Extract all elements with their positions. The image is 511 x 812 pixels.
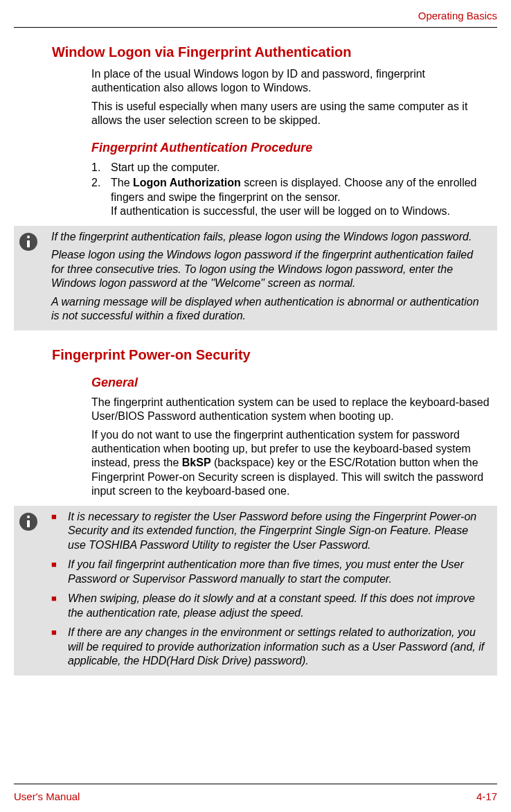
- note-content: ■ It is necessary to register the User P…: [46, 510, 489, 669]
- list-item: 2. The Logon Authorization screen is dis…: [91, 176, 497, 218]
- page-header-section: Operating Basics: [0, 0, 511, 27]
- list-text: The Logon Authorization screen is displa…: [111, 176, 497, 218]
- info-icon: [19, 513, 37, 531]
- footer-right: 4-17: [476, 791, 497, 802]
- note-content: If the fingerprint authentication fails,…: [46, 230, 489, 324]
- paragraph: In place of the usual Windows logon by I…: [91, 67, 497, 96]
- list-number: 2.: [91, 176, 111, 218]
- bold-text: Logon Authorization: [133, 177, 241, 188]
- header-rule: [14, 27, 497, 28]
- list-text: Start up the computer.: [111, 161, 497, 175]
- note-paragraph: If the fingerprint authentication fails,…: [51, 230, 489, 244]
- bullet-text: If you fail fingerprint authentication m…: [68, 558, 489, 586]
- heading-procedure: Fingerprint Authentication Procedure: [91, 141, 497, 155]
- footer-rule: [14, 784, 497, 784]
- bullet-list: ■ It is necessary to register the User P…: [51, 510, 489, 669]
- list-item: ■ When swiping, please do it slowly and …: [51, 592, 489, 620]
- bold-text: BkSP: [182, 457, 211, 468]
- info-icon-wrap: [19, 230, 46, 324]
- bullet-text: If there are any changes in the environm…: [68, 626, 489, 668]
- page-content: Window Logon via Fingerprint Authenticat…: [0, 44, 511, 676]
- list-item: ■ If you fail fingerprint authentication…: [51, 558, 489, 586]
- list-item: 1. Start up the computer.: [91, 161, 497, 175]
- info-icon: [19, 233, 37, 251]
- page-footer: User's Manual 4-17: [14, 791, 497, 802]
- note-paragraph: A warning message will be displayed when…: [51, 295, 489, 324]
- note-box: ■ It is necessary to register the User P…: [14, 506, 497, 676]
- text-run: If authentication is successful, the use…: [111, 205, 450, 217]
- paragraph: If you do not want to use the fingerprin…: [91, 428, 497, 499]
- note-box: If the fingerprint authentication fails,…: [14, 226, 497, 330]
- list-number: 1.: [91, 161, 111, 175]
- heading-window-logon: Window Logon via Fingerprint Authenticat…: [52, 44, 497, 60]
- info-icon-wrap: [19, 510, 46, 669]
- text-run: The: [111, 177, 133, 188]
- ordered-list: 1. Start up the computer. 2. The Logon A…: [91, 161, 497, 219]
- list-item: ■ If there are any changes in the enviro…: [51, 626, 489, 668]
- bullet-marker-icon: ■: [51, 558, 68, 586]
- heading-power-on: Fingerprint Power-on Security: [52, 347, 497, 363]
- bullet-text: When swiping, please do it slowly and at…: [68, 592, 489, 620]
- list-item: ■ It is necessary to register the User P…: [51, 510, 489, 552]
- paragraph: This is useful especially when many user…: [91, 100, 497, 128]
- paragraph: The fingerprint authentication system ca…: [91, 396, 497, 424]
- footer-left: User's Manual: [14, 791, 80, 802]
- note-paragraph: Please logon using the Windows logon pas…: [51, 248, 489, 290]
- bullet-marker-icon: ■: [51, 626, 68, 668]
- bullet-marker-icon: ■: [51, 592, 68, 620]
- bullet-marker-icon: ■: [51, 510, 68, 552]
- heading-general: General: [91, 376, 497, 390]
- bullet-text: It is necessary to register the User Pas…: [68, 510, 489, 552]
